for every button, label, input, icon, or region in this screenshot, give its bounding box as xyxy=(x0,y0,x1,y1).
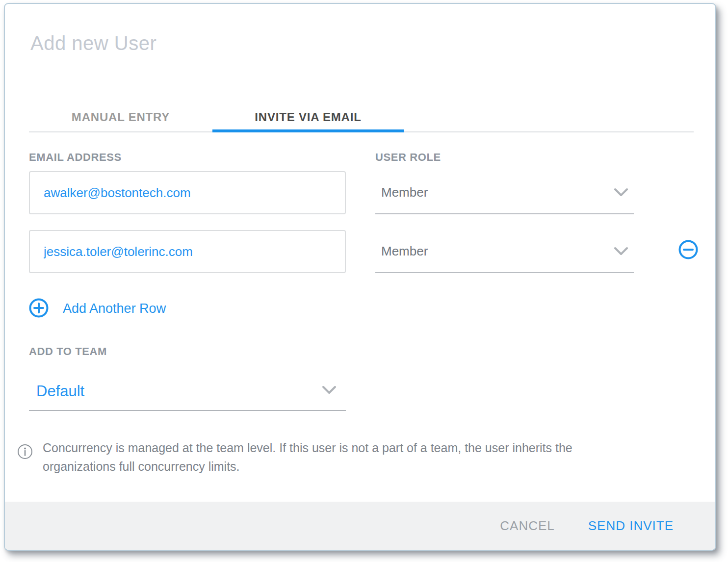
tab-manual-entry[interactable]: MANUAL ENTRY xyxy=(29,103,212,131)
add-user-dialog: Add new User MANUAL ENTRY INVITE VIA EMA… xyxy=(4,3,716,551)
dialog-title: Add new User xyxy=(30,32,156,54)
role-select-2[interactable]: Member xyxy=(375,230,634,273)
concurrency-note: Concurrency is managed at the team level… xyxy=(17,438,645,476)
role-select-1-value: Member xyxy=(375,185,428,200)
team-select[interactable]: Default xyxy=(29,373,346,411)
chevron-down-icon xyxy=(613,247,629,258)
plus-circle-icon xyxy=(28,297,50,320)
minus-circle-icon xyxy=(677,255,699,262)
send-invite-button[interactable]: SEND INVITE xyxy=(588,518,674,534)
remove-row-button[interactable] xyxy=(677,239,699,260)
user-role-label: USER ROLE xyxy=(375,151,441,164)
dialog-footer: CANCEL SEND INVITE xyxy=(5,502,715,550)
info-icon xyxy=(17,444,33,461)
add-another-row-label: Add Another Row xyxy=(63,301,166,316)
email-input-1[interactable] xyxy=(29,171,346,214)
active-tab-underline xyxy=(212,129,404,132)
email-input-2[interactable] xyxy=(29,230,346,273)
add-to-team-label: ADD TO TEAM xyxy=(29,345,107,358)
add-another-row-button[interactable]: Add Another Row xyxy=(28,298,166,319)
email-address-label: EMAIL ADDRESS xyxy=(29,151,122,164)
tab-bar: MANUAL ENTRY INVITE VIA EMAIL xyxy=(29,103,694,132)
team-select-value: Default xyxy=(29,383,84,400)
tab-invite-via-email[interactable]: INVITE VIA EMAIL xyxy=(212,103,404,131)
concurrency-note-text: Concurrency is managed at the team level… xyxy=(43,438,631,476)
chevron-down-icon xyxy=(613,188,629,200)
cancel-button[interactable]: CANCEL xyxy=(500,518,554,534)
role-select-1[interactable]: Member xyxy=(375,171,634,214)
role-select-2-value: Member xyxy=(375,244,428,259)
tab-invite-label: INVITE VIA EMAIL xyxy=(255,110,361,124)
chevron-down-icon xyxy=(321,385,337,397)
